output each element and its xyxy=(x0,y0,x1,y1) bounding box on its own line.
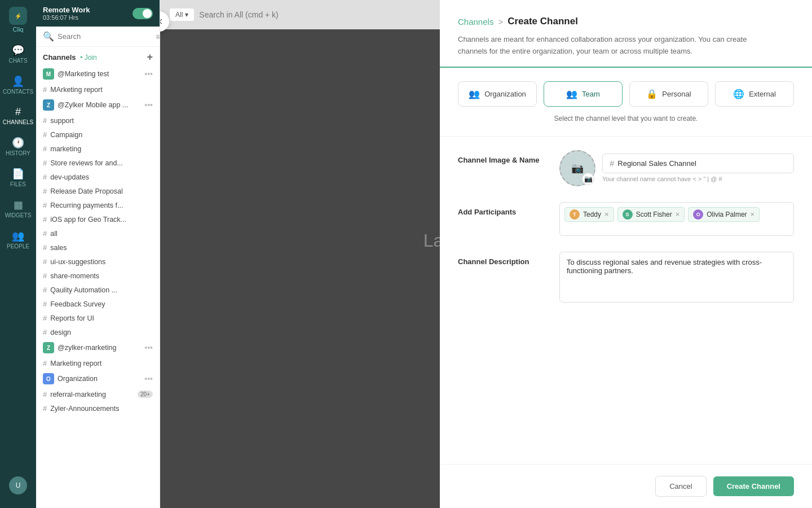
hash-icon: # xyxy=(43,130,47,139)
channel-panel: Remote Work 03:56:07 Hrs 🔍 ≡ Channels • … xyxy=(36,0,160,508)
sidebar-item-contacts[interactable]: 👤 CONTACTS xyxy=(2,71,34,99)
search-filter-badge[interactable]: All ▾ xyxy=(169,8,195,21)
list-item[interactable]: # Zyler-Announcements xyxy=(36,401,160,415)
sidebar-item-widgets[interactable]: ▦ WIDGETS xyxy=(2,194,34,223)
channel-type-selector: 👥 Organization 👥 Team 🔒 Personal 🌐 Exter… xyxy=(458,81,794,107)
sidebar-item-channels[interactable]: # CHANNELS xyxy=(2,102,34,130)
modal-subtitle: Channels are meant for enhanced collabor… xyxy=(458,34,774,58)
channel-name: sales xyxy=(50,244,153,252)
list-item[interactable]: # design xyxy=(36,325,160,339)
channel-type-organization[interactable]: 👥 Organization xyxy=(458,81,537,107)
upload-overlay-icon: 📷 xyxy=(582,173,594,185)
list-item[interactable]: # ui-ux-suggestions xyxy=(36,255,160,269)
channel-name: Qaulity Automation ... xyxy=(50,286,153,294)
list-item[interactable]: # Store reviews for and... xyxy=(36,156,160,170)
list-item[interactable]: O Organization ••• xyxy=(36,370,160,387)
sidebar-item-history[interactable]: 🕐 HISTORY xyxy=(2,132,34,161)
list-item[interactable]: # support xyxy=(36,113,160,128)
join-link[interactable]: • Join xyxy=(80,54,97,62)
add-channel-button[interactable]: + xyxy=(147,51,153,63)
channel-name: Release Date Proposal xyxy=(50,187,153,195)
list-item[interactable]: # referral-marketing 20+ xyxy=(36,387,160,401)
list-item[interactable]: # Campaign xyxy=(36,128,160,142)
remove-participant-teddy[interactable]: × xyxy=(604,211,609,218)
channel-name: Organization xyxy=(58,375,141,383)
participants-box[interactable]: T Teddy × S Scott Fisher × O xyxy=(559,202,794,236)
user-avatar[interactable]: U xyxy=(9,476,27,494)
list-item[interactable]: # Qaulity Automation ... xyxy=(36,283,160,297)
description-textarea[interactable]: To discuss regional sales and revenue st… xyxy=(559,252,794,303)
list-item[interactable]: # iOS app for Geo Track... xyxy=(36,212,160,226)
sort-icon[interactable]: ≡ xyxy=(156,32,160,41)
personal-icon: 🔒 xyxy=(646,89,657,99)
remove-participant-scott[interactable]: × xyxy=(676,211,680,218)
list-item[interactable]: # MArketing report xyxy=(36,82,160,97)
list-item[interactable]: # Reports for UI xyxy=(36,311,160,325)
create-channel-button[interactable]: Create Channel xyxy=(713,476,794,496)
channel-options[interactable]: ••• xyxy=(144,374,153,383)
channel-name: Reports for UI xyxy=(50,314,153,322)
list-item[interactable]: # Marketing report xyxy=(36,356,160,370)
channels-section-header: Channels • Join + xyxy=(36,47,160,65)
channel-avatar: Z xyxy=(43,342,54,353)
sidebar: ⚡ Cliq 💬 CHATS 👤 CONTACTS # CHANNELS 🕐 H… xyxy=(0,0,36,508)
list-item[interactable]: # Feedback Survey xyxy=(36,297,160,311)
list-item[interactable]: # marketing xyxy=(36,142,160,156)
list-item[interactable]: # share-moments xyxy=(36,269,160,283)
top-search-bar: All ▾ xyxy=(160,0,440,29)
channel-options[interactable]: ••• xyxy=(144,69,153,78)
sidebar-item-people[interactable]: 👥 PEOPLE xyxy=(2,225,34,254)
channel-type-section: 👥 Organization 👥 Team 🔒 Personal 🌐 Exter… xyxy=(440,68,812,137)
channel-name: Recurring payments f... xyxy=(50,202,153,209)
sidebar-item-contacts-label: CONTACTS xyxy=(3,89,33,95)
channel-name: support xyxy=(50,117,153,125)
channel-type-personal[interactable]: 🔒 Personal xyxy=(629,81,708,107)
list-item[interactable]: # Release Date Proposal xyxy=(36,184,160,198)
breadcrumb-separator: > xyxy=(498,17,503,27)
sidebar-item-chats[interactable]: 💬 CHATS xyxy=(2,40,34,68)
breadcrumb-current: Create Channel xyxy=(508,16,578,27)
channel-options[interactable]: ••• xyxy=(144,100,153,110)
breadcrumb: Channels > Create Channel xyxy=(458,16,794,27)
search-input[interactable] xyxy=(58,32,152,41)
cancel-button[interactable]: Cancel xyxy=(655,476,706,497)
list-item[interactable]: Z @Zylker Mobile app ... ••• xyxy=(36,97,160,113)
sidebar-item-people-label: PEOPLE xyxy=(7,243,29,249)
channel-name: MArketing report xyxy=(50,86,153,94)
participants-label: Add Participants xyxy=(458,202,548,216)
channel-name-hint: Your channel name cannot have < > " | @ … xyxy=(602,176,794,182)
workspace-name: Remote Work xyxy=(43,6,90,14)
channel-image-upload[interactable]: 📷 📷 xyxy=(559,150,595,186)
app-logo: ⚡ Cliq xyxy=(9,7,27,33)
files-icon: 📄 xyxy=(12,168,24,180)
main-content: All ▾ Laughing at our Laughing a ✕ Chann… xyxy=(160,0,812,508)
sidebar-item-files-label: FILES xyxy=(10,181,26,187)
channels-title: Channels xyxy=(43,53,76,62)
channel-name-input[interactable] xyxy=(617,159,787,168)
participants-row: Add Participants T Teddy × S Scott Fishe… xyxy=(458,202,794,236)
global-search-input[interactable] xyxy=(199,10,431,19)
description-control: To discuss regional sales and revenue st… xyxy=(559,252,794,305)
workspace-info: Remote Work 03:56:07 Hrs xyxy=(43,6,90,21)
hash-prefix-icon: # xyxy=(610,159,614,168)
remove-participant-olivia[interactable]: × xyxy=(751,211,755,218)
list-item[interactable]: # dev-updates xyxy=(36,170,160,184)
channel-options[interactable]: ••• xyxy=(144,343,153,352)
channel-type-external[interactable]: 🌐 External xyxy=(715,81,794,107)
workspace-toggle[interactable] xyxy=(133,8,153,19)
list-item[interactable]: # all xyxy=(36,226,160,240)
list-item[interactable]: M @Marketing test ••• xyxy=(36,65,160,82)
channel-type-team[interactable]: 👥 Team xyxy=(544,81,623,107)
list-item[interactable]: Z @zylker-marketing ••• xyxy=(36,339,160,356)
participants-control: T Teddy × S Scott Fisher × O xyxy=(559,202,794,236)
people-icon: 👥 xyxy=(12,230,24,242)
hash-icon: # xyxy=(43,201,47,209)
participant-name: Olivia Palmer xyxy=(707,211,747,218)
hash-icon: # xyxy=(43,85,47,94)
sidebar-item-files[interactable]: 📄 FILES xyxy=(2,163,34,192)
chevron-down-icon: ▾ xyxy=(185,11,188,19)
list-item[interactable]: # sales xyxy=(36,240,160,255)
list-item[interactable]: # Recurring payments f... xyxy=(36,198,160,212)
breadcrumb-channels[interactable]: Channels xyxy=(458,17,493,27)
camera-icon: 📷 xyxy=(571,162,584,174)
